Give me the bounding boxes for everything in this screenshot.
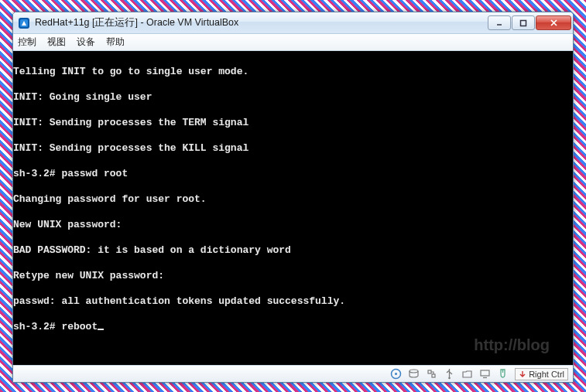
- statusbar: Right Ctrl: [13, 365, 573, 382]
- svg-rect-3: [521, 20, 526, 26]
- terminal-line: BAD PASSWORD: it is based on a dictionar…: [13, 244, 573, 257]
- menubar: 控制 视图 设备 帮助: [13, 34, 573, 51]
- menu-view[interactable]: 视图: [47, 36, 66, 49]
- cd-icon[interactable]: [390, 368, 402, 380]
- terminal-line: INIT: Going single user: [13, 91, 573, 104]
- close-button[interactable]: [536, 15, 571, 30]
- terminal-line: sh-3.2# passwd root: [13, 168, 573, 181]
- titlebar[interactable]: RedHat+11g [正在运行] - Oracle VM VirtualBox: [13, 12, 573, 34]
- terminal[interactable]: Telling INIT to go to single user mode. …: [13, 51, 573, 365]
- network-icon[interactable]: [426, 368, 437, 380]
- status-icons: [390, 368, 509, 380]
- svg-point-9: [448, 377, 451, 380]
- window-controls: [488, 15, 571, 30]
- maximize-button[interactable]: [512, 15, 535, 30]
- menu-help[interactable]: 帮助: [106, 36, 125, 49]
- terminal-line: INIT: Sending processes the TERM signal: [13, 117, 573, 130]
- host-key-indicator[interactable]: Right Ctrl: [515, 368, 568, 380]
- terminal-line: sh-3.2# reboot: [13, 321, 573, 334]
- svg-rect-10: [481, 370, 489, 376]
- terminal-line: Retype new UNIX password:: [13, 270, 573, 283]
- mouse-integration-icon[interactable]: [497, 368, 509, 380]
- svg-rect-8: [432, 374, 435, 377]
- host-key-label: Right Ctrl: [529, 369, 564, 380]
- menu-devices[interactable]: 设备: [77, 36, 95, 49]
- vm-window: RedHat+11g [正在运行] - Oracle VM VirtualBox…: [12, 12, 574, 383]
- terminal-line: Changing password for user root.: [13, 193, 573, 206]
- shared-folder-icon[interactable]: [461, 368, 473, 380]
- terminal-line: INIT: Sending processes the KILL signal: [13, 142, 573, 155]
- svg-rect-7: [428, 370, 431, 373]
- menu-control[interactable]: 控制: [18, 36, 36, 49]
- arrow-down-icon: [519, 370, 526, 378]
- display-icon[interactable]: [479, 368, 491, 380]
- app-icon: [18, 17, 30, 29]
- usb-icon[interactable]: [444, 368, 455, 380]
- watermark-text: http://blog: [474, 339, 550, 352]
- terminal-line: passwd: all authentication tokens update…: [13, 295, 573, 308]
- svg-point-5: [395, 373, 397, 375]
- window-title: RedHat+11g [正在运行] - Oracle VM VirtualBox: [35, 16, 488, 29]
- cursor-icon: [98, 329, 104, 330]
- terminal-line: New UNIX password:: [13, 219, 573, 232]
- hard-disk-icon[interactable]: [408, 368, 420, 380]
- minimize-button[interactable]: [488, 15, 511, 30]
- terminal-line: Telling INIT to go to single user mode.: [13, 66, 573, 79]
- svg-point-6: [410, 370, 418, 373]
